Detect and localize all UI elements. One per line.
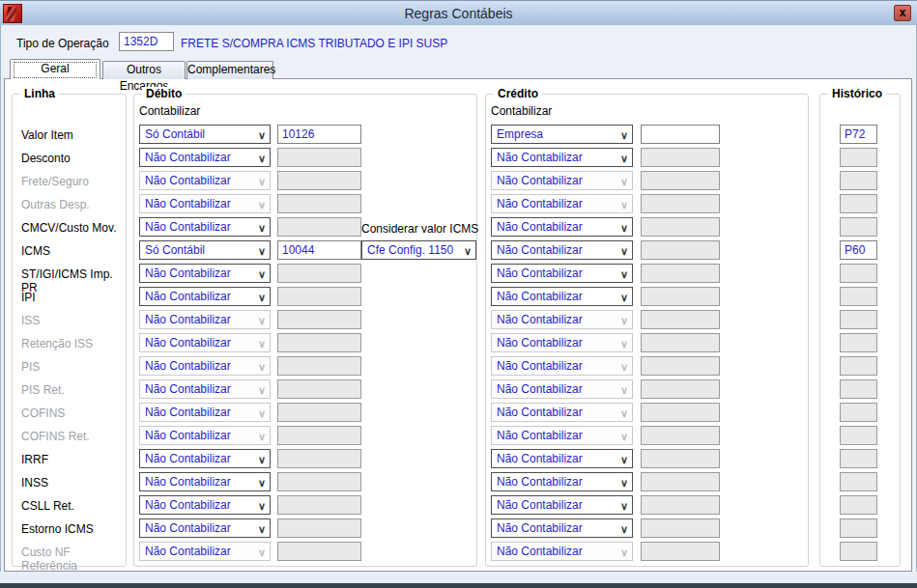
debit-account-field bbox=[277, 379, 361, 399]
credit-account-field bbox=[641, 379, 720, 399]
debit-mode-select[interactable]: Não Contabilizar ∨ bbox=[139, 148, 271, 167]
table-row: PIS Ret. Não Contabilizar ∨ Não Contabil… bbox=[0, 379, 917, 403]
row-label: Desconto bbox=[21, 152, 129, 165]
credit-mode-value: Não Contabilizar bbox=[497, 336, 583, 350]
credit-mode-value: Não Contabilizar bbox=[497, 220, 583, 234]
credit-mode-select[interactable]: Não Contabilizar ∨ bbox=[491, 518, 633, 538]
debit-mode-value: Não Contabilizar bbox=[145, 429, 231, 442]
debit-mode-select[interactable]: Não Contabilizar ∨ bbox=[139, 449, 271, 468]
debit-mode-value: Só Contábil bbox=[145, 243, 205, 257]
table-row: COFINS Não Contabilizar ∨ Não Contabiliz… bbox=[0, 403, 917, 426]
debit-account-field bbox=[277, 403, 361, 422]
history-field bbox=[840, 449, 877, 468]
credit-mode-select[interactable]: Não Contabilizar ∨ bbox=[491, 240, 633, 260]
debit-account-field bbox=[277, 194, 361, 213]
history-field bbox=[840, 194, 877, 213]
chevron-down-icon: ∨ bbox=[258, 266, 266, 283]
row-label: Outras Desp. bbox=[21, 198, 129, 211]
credit-mode-select[interactable]: Não Contabilizar ∨ bbox=[491, 264, 633, 283]
table-row: ST/IGI/ICMS Imp. PR Não Contabilizar ∨ N… bbox=[0, 264, 917, 287]
history-field[interactable]: P60 bbox=[840, 240, 877, 260]
debit-mode-select[interactable]: Não Contabilizar ∨ bbox=[139, 217, 271, 237]
history-field bbox=[840, 403, 877, 422]
chevron-down-icon: ∨ bbox=[258, 196, 266, 213]
debit-mode-value: Não Contabilizar bbox=[145, 382, 231, 396]
credit-mode-select[interactable]: Não Contabilizar ∨ bbox=[491, 449, 633, 468]
credit-account-field bbox=[641, 310, 720, 329]
history-field bbox=[840, 426, 877, 445]
debit-mode-select: Não Contabilizar ∨ bbox=[139, 542, 271, 561]
credit-mode-value: Não Contabilizar bbox=[497, 452, 583, 465]
debit-mode-value: Não Contabilizar bbox=[145, 359, 231, 373]
credit-account-field bbox=[641, 287, 720, 306]
chevron-down-icon: ∨ bbox=[258, 219, 266, 237]
chevron-down-icon: ∨ bbox=[620, 451, 628, 468]
debit-account-field[interactable]: 10126 bbox=[277, 125, 361, 144]
debit-account-field bbox=[277, 356, 361, 376]
debit-account-field[interactable]: 10044 bbox=[277, 240, 361, 260]
chevron-down-icon: ∨ bbox=[258, 126, 266, 144]
chevron-down-icon: ∨ bbox=[258, 405, 266, 422]
row-label: Retenção ISS bbox=[21, 337, 129, 350]
chevron-down-icon: ∨ bbox=[620, 544, 628, 561]
debit-mode-value: Não Contabilizar bbox=[145, 452, 231, 465]
debit-mode-value: Não Contabilizar bbox=[145, 266, 231, 280]
table-row: Frete/Seguro Não Contabilizar ∨ Não Cont… bbox=[0, 171, 917, 194]
history-field bbox=[840, 264, 877, 283]
credit-mode-select[interactable]: Empresa ∨ bbox=[491, 125, 633, 144]
row-label: COFINS Ret. bbox=[21, 430, 129, 443]
credit-mode-value: Não Contabilizar bbox=[497, 406, 583, 419]
credit-mode-value: Empresa bbox=[497, 127, 543, 141]
debit-mode-select: Não Contabilizar ∨ bbox=[139, 310, 271, 329]
debit-account-field bbox=[277, 495, 361, 515]
credit-account-field bbox=[641, 264, 720, 283]
credit-mode-select[interactable]: Não Contabilizar ∨ bbox=[491, 495, 633, 515]
debit-mode-select: Não Contabilizar ∨ bbox=[139, 379, 271, 399]
credit-account-field[interactable] bbox=[641, 125, 720, 144]
debit-mode-select[interactable]: Não Contabilizar ∨ bbox=[139, 472, 271, 491]
debit-account-field bbox=[277, 148, 361, 167]
chevron-down-icon: ∨ bbox=[620, 474, 628, 491]
table-row: ISS Não Contabilizar ∨ Não Contabilizar … bbox=[0, 310, 917, 333]
debit-mode-select[interactable]: Não Contabilizar ∨ bbox=[139, 518, 271, 538]
debit-account-field bbox=[277, 171, 361, 190]
debit-account-field bbox=[277, 333, 361, 352]
debit-account-field bbox=[277, 264, 361, 283]
credit-mode-select[interactable]: Não Contabilizar ∨ bbox=[491, 287, 633, 306]
credit-mode-select[interactable]: Não Contabilizar ∨ bbox=[491, 472, 633, 491]
debit-mode-select[interactable]: Só Contábil ∨ bbox=[139, 240, 271, 260]
chevron-down-icon: ∨ bbox=[620, 196, 628, 213]
chevron-down-icon: ∨ bbox=[620, 428, 628, 445]
debit-mode-value: Não Contabilizar bbox=[145, 336, 231, 350]
debit-mode-value: Não Contabilizar bbox=[145, 151, 231, 164]
debit-mode-select[interactable]: Só Contábil ∨ bbox=[139, 125, 271, 144]
debit-mode-value: Não Contabilizar bbox=[145, 521, 231, 535]
debit-mode-select[interactable]: Não Contabilizar ∨ bbox=[139, 287, 271, 306]
debit-mode-select: Não Contabilizar ∨ bbox=[139, 426, 271, 445]
table-row: Estorno ICMS Não Contabilizar ∨ Não Cont… bbox=[0, 518, 917, 542]
history-field[interactable]: P72 bbox=[840, 125, 877, 144]
row-label: Custo NF Referência bbox=[21, 546, 129, 573]
debit-mode-select[interactable]: Não Contabilizar ∨ bbox=[139, 495, 271, 515]
history-field bbox=[840, 148, 877, 167]
form-rows: Valor Item Só Contábil ∨ 10126 Empresa ∨… bbox=[0, 0, 917, 588]
credit-mode-select[interactable]: Não Contabilizar ∨ bbox=[491, 148, 633, 167]
history-field bbox=[840, 379, 877, 399]
chevron-down-icon: ∨ bbox=[258, 544, 266, 561]
table-row: Valor Item Só Contábil ∨ 10126 Empresa ∨… bbox=[0, 125, 917, 148]
credit-mode-value: Não Contabilizar bbox=[497, 359, 583, 373]
credit-account-field bbox=[641, 518, 720, 538]
chevron-down-icon: ∨ bbox=[258, 497, 266, 515]
credit-mode-select[interactable]: Não Contabilizar ∨ bbox=[491, 217, 633, 237]
debit-mode-select: Não Contabilizar ∨ bbox=[139, 333, 271, 352]
debit-mode-select[interactable]: Não Contabilizar ∨ bbox=[139, 264, 271, 283]
debit-mode-value: Não Contabilizar bbox=[145, 498, 231, 512]
credit-mode-value: Não Contabilizar bbox=[497, 382, 583, 396]
credit-mode-value: Não Contabilizar bbox=[497, 498, 583, 512]
credit-mode-value: Não Contabilizar bbox=[497, 243, 583, 257]
debit-account-field bbox=[277, 310, 361, 329]
icms-config-select[interactable]: Cfe Config. 1150 ∨ bbox=[361, 240, 476, 260]
credit-mode-value: Não Contabilizar bbox=[497, 197, 583, 210]
debit-account-field bbox=[277, 542, 361, 561]
history-field bbox=[840, 310, 877, 329]
